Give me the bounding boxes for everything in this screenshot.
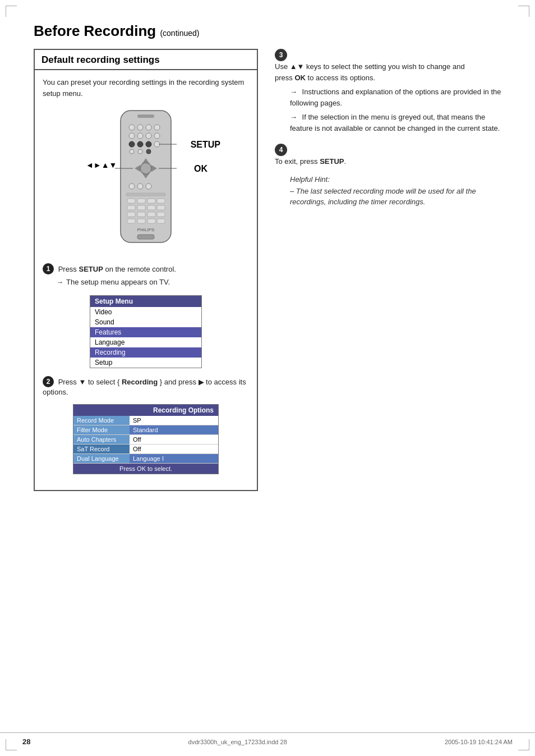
svg-point-16	[138, 149, 142, 154]
step-4: 4 To exit, press SETUP. Helpful Hint: – …	[275, 144, 501, 208]
step-num-2: 2	[43, 376, 54, 387]
step-1: 1 Press SETUP on the remote control. The…	[43, 263, 249, 287]
step-3: 3 Use ▲▼ keys to select the setting you …	[275, 49, 501, 134]
svg-point-5	[154, 125, 160, 130]
svg-point-25	[129, 184, 135, 189]
page-footer: 28 dvdr3300h_uk_eng_17233d.indd 28 2005-…	[0, 732, 535, 746]
remote-wrapper: PHILIPS ◄►▲▼ SETUP OK	[109, 108, 182, 255]
rec-label-3: SaT Record	[73, 445, 130, 453]
step-2-text: Press ▼ to select { Recording } and pres…	[43, 378, 246, 397]
rec-options-row-3: SaT Record Off	[73, 445, 218, 454]
rec-options-row-1: Filter Mode Standard	[73, 425, 218, 435]
svg-rect-40	[157, 212, 165, 217]
right-column: 3 Use ▲▼ keys to select the setting you …	[275, 49, 501, 501]
step-4-text: To exit, press SETUP.	[275, 156, 485, 167]
svg-point-27	[146, 184, 151, 189]
svg-point-2	[129, 125, 135, 130]
step-2: 2 Press ▼ to select { Recording } and pr…	[43, 376, 249, 396]
svg-text:PHILIPS: PHILIPS	[137, 227, 155, 232]
ok-label: OK	[194, 164, 207, 174]
setup-menu-item-video: Video	[90, 307, 201, 317]
svg-rect-39	[147, 212, 155, 217]
remote-area: PHILIPS ◄►▲▼ SETUP OK	[43, 108, 249, 255]
svg-rect-44	[157, 219, 165, 223]
svg-point-8	[146, 133, 151, 139]
rec-label-0: Record Mode	[73, 416, 130, 425]
svg-point-9	[154, 133, 160, 139]
svg-rect-33	[127, 205, 135, 210]
section-box: Default recording settings You can prese…	[34, 49, 258, 491]
svg-rect-38	[137, 212, 145, 217]
corner-mark-tl	[6, 6, 17, 17]
setup-menu-item-sound: Sound	[90, 317, 201, 327]
svg-rect-35	[147, 205, 155, 210]
setup-menu-header: Setup Menu	[90, 296, 201, 307]
svg-point-10	[129, 141, 135, 147]
page-number: 28	[22, 737, 30, 746]
rec-options-row-4: Dual Language Language I	[73, 454, 218, 464]
svg-point-11	[137, 141, 143, 147]
rec-value-4: Language I	[130, 454, 218, 463]
content-area: Default recording settings You can prese…	[34, 49, 501, 501]
rec-options-header: Recording Options	[73, 405, 218, 416]
svg-point-15	[130, 149, 134, 154]
svg-point-7	[137, 133, 143, 139]
svg-rect-42	[137, 219, 145, 223]
step-3-arrow-2: If the selection in the menu is greyed o…	[290, 112, 501, 134]
rec-value-2: Off	[130, 435, 218, 444]
corner-mark-tr	[518, 6, 529, 17]
step-2-bold: Recording	[122, 378, 158, 386]
rec-options-footer: Press OK to select.	[73, 464, 218, 474]
svg-rect-28	[126, 193, 165, 196]
recording-options-box: Recording Options Record Mode SP Filter …	[73, 404, 219, 474]
remote-svg: PHILIPS	[109, 108, 182, 254]
svg-point-22	[140, 163, 151, 174]
svg-point-3	[137, 125, 143, 130]
helpful-hint: Helpful Hint: – The last selected record…	[290, 175, 501, 208]
step-4-bold: SETUP	[320, 157, 344, 166]
setup-menu-item-recording: Recording	[90, 347, 201, 358]
hint-body: – The last selected recording mode will …	[290, 186, 501, 208]
left-column: Default recording settings You can prese…	[34, 49, 258, 501]
svg-rect-34	[137, 205, 145, 210]
svg-point-4	[146, 125, 151, 130]
svg-rect-43	[147, 219, 155, 223]
step-1-arrow: The setup menu appears on TV.	[56, 277, 249, 287]
svg-rect-31	[147, 199, 155, 203]
step-1-bold: SETUP	[79, 265, 103, 273]
rec-value-1: Standard	[130, 425, 218, 434]
page-title: Before Recording (continued)	[34, 17, 501, 40]
step-3-text: Use ▲▼ keys to select the setting you wi…	[275, 61, 485, 83]
footer-date: 2005-10-19 10:41:24 AM	[445, 739, 513, 745]
intro-text: You can preset your recording settings i…	[43, 77, 249, 99]
footer-filename: dvdr3300h_uk_eng_17233d.indd 28	[188, 739, 287, 745]
svg-rect-30	[137, 199, 145, 203]
svg-point-17	[146, 149, 151, 154]
step-3-bold: OK	[294, 74, 306, 82]
section-content: You can preset your recording settings i…	[35, 70, 257, 490]
setup-menu-item-features: Features	[90, 327, 201, 337]
svg-rect-37	[127, 212, 135, 217]
rec-value-0: SP	[130, 416, 218, 425]
title-main: Before Recording	[34, 22, 156, 39]
svg-rect-1	[137, 114, 154, 118]
step-1-text: Press SETUP on the remote control.	[58, 265, 176, 273]
svg-rect-36	[157, 205, 165, 210]
section-title: Default recording settings	[35, 50, 257, 70]
step-3-arrow-1: Instructions and explanation of the opti…	[290, 86, 501, 108]
setup-menu-item-setup: Setup	[90, 358, 201, 368]
step-num-3: 3	[275, 49, 287, 61]
nav-arrows-label: ◄►▲▼	[86, 161, 117, 169]
setup-menu-box: Setup Menu Video Sound Features Language…	[90, 295, 202, 368]
rec-label-2: Auto Chapters	[73, 435, 130, 444]
title-continued: (continued)	[160, 29, 199, 38]
svg-rect-41	[127, 219, 135, 223]
setup-menu-item-language: Language	[90, 337, 201, 347]
setup-label: SETUP	[191, 140, 220, 150]
rec-label-4: Dual Language	[73, 454, 130, 463]
hint-title: Helpful Hint:	[290, 175, 501, 184]
svg-point-26	[137, 184, 143, 189]
svg-rect-32	[157, 199, 165, 203]
step-num-4: 4	[275, 144, 287, 156]
svg-point-6	[129, 133, 135, 139]
